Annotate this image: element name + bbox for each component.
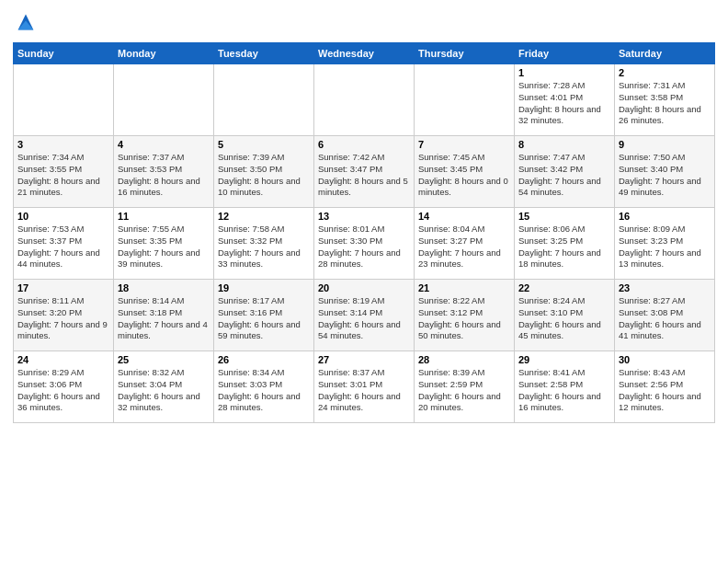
day-number: 9 [619,139,711,150]
calendar-body: 1Sunrise: 7:28 AMSunset: 4:01 PMDaylight… [14,64,715,423]
calendar-cell: 9Sunrise: 7:50 AMSunset: 3:40 PMDaylight… [615,136,715,208]
calendar-cell [214,64,314,136]
day-number: 10 [17,211,109,222]
calendar-cell: 19Sunrise: 8:17 AMSunset: 3:16 PMDayligh… [214,280,314,351]
calendar-cell: 23Sunrise: 8:27 AMSunset: 3:08 PMDayligh… [615,280,715,351]
calendar-cell: 15Sunrise: 8:06 AMSunset: 3:25 PMDayligh… [515,208,615,280]
day-info: Sunrise: 8:29 AMSunset: 3:06 PMDaylight:… [17,367,109,414]
day-number: 16 [619,211,711,222]
calendar-cell: 2Sunrise: 7:31 AMSunset: 3:58 PMDaylight… [615,64,715,136]
calendar-cell: 8Sunrise: 7:47 AMSunset: 3:42 PMDaylight… [515,136,615,208]
calendar-cell: 16Sunrise: 8:09 AMSunset: 3:23 PMDayligh… [615,208,715,280]
calendar-week-4: 17Sunrise: 8:11 AMSunset: 3:20 PMDayligh… [14,280,715,351]
calendar-cell: 30Sunrise: 8:43 AMSunset: 2:56 PMDayligh… [615,351,715,423]
day-info: Sunrise: 7:39 AMSunset: 3:50 PMDaylight:… [218,152,310,199]
calendar-header-thursday: Thursday [415,43,515,64]
calendar-cell: 29Sunrise: 8:41 AMSunset: 2:58 PMDayligh… [515,351,615,423]
calendar-cell: 7Sunrise: 7:45 AMSunset: 3:45 PMDaylight… [415,136,515,208]
calendar-cell: 22Sunrise: 8:24 AMSunset: 3:10 PMDayligh… [515,280,615,351]
day-number: 21 [418,282,510,293]
calendar-cell: 18Sunrise: 8:14 AMSunset: 3:18 PMDayligh… [114,280,214,351]
day-info: Sunrise: 8:32 AMSunset: 3:04 PMDaylight:… [118,367,210,414]
day-number: 8 [518,139,610,150]
calendar-week-2: 3Sunrise: 7:34 AMSunset: 3:55 PMDaylight… [14,136,715,208]
calendar-cell: 11Sunrise: 7:55 AMSunset: 3:35 PMDayligh… [114,208,214,280]
day-info: Sunrise: 7:28 AMSunset: 4:01 PMDaylight:… [518,80,610,127]
calendar-cell: 24Sunrise: 8:29 AMSunset: 3:06 PMDayligh… [14,351,114,423]
day-info: Sunrise: 8:14 AMSunset: 3:18 PMDaylight:… [118,295,210,342]
day-number: 26 [218,354,310,365]
calendar-header-row: SundayMondayTuesdayWednesdayThursdayFrid… [14,43,715,64]
calendar-week-5: 24Sunrise: 8:29 AMSunset: 3:06 PMDayligh… [14,351,715,423]
calendar-cell: 13Sunrise: 8:01 AMSunset: 3:30 PMDayligh… [314,208,415,280]
calendar-cell: 20Sunrise: 8:19 AMSunset: 3:14 PMDayligh… [314,280,415,351]
day-number: 15 [518,211,610,222]
calendar-cell: 1Sunrise: 7:28 AMSunset: 4:01 PMDaylight… [515,64,615,136]
calendar-cell: 27Sunrise: 8:37 AMSunset: 3:01 PMDayligh… [314,351,415,423]
day-info: Sunrise: 8:06 AMSunset: 3:25 PMDaylight:… [518,224,610,270]
day-number: 30 [619,354,711,365]
logo-icon [13,9,39,35]
day-number: 2 [619,67,711,78]
calendar-cell: 5Sunrise: 7:39 AMSunset: 3:50 PMDaylight… [214,136,314,208]
calendar-cell: 28Sunrise: 8:39 AMSunset: 2:59 PMDayligh… [415,351,515,423]
calendar-week-1: 1Sunrise: 7:28 AMSunset: 4:01 PMDaylight… [14,64,715,136]
calendar-cell: 12Sunrise: 7:58 AMSunset: 3:32 PMDayligh… [214,208,314,280]
day-info: Sunrise: 8:22 AMSunset: 3:12 PMDaylight:… [418,295,510,342]
calendar-header-friday: Friday [515,43,615,64]
day-info: Sunrise: 8:17 AMSunset: 3:16 PMDaylight:… [218,295,310,342]
day-number: 14 [418,211,510,222]
calendar-header-wednesday: Wednesday [314,43,415,64]
day-number: 20 [318,282,410,293]
day-info: Sunrise: 8:41 AMSunset: 2:58 PMDaylight:… [518,367,610,414]
calendar-cell: 14Sunrise: 8:04 AMSunset: 3:27 PMDayligh… [415,208,515,280]
calendar-header-sunday: Sunday [14,43,114,64]
day-info: Sunrise: 7:58 AMSunset: 3:32 PMDaylight:… [218,224,310,270]
calendar-header-tuesday: Tuesday [214,43,314,64]
day-number: 18 [118,282,210,293]
day-info: Sunrise: 8:39 AMSunset: 2:59 PMDaylight:… [418,367,510,414]
day-info: Sunrise: 7:34 AMSunset: 3:55 PMDaylight:… [17,152,109,199]
day-info: Sunrise: 8:37 AMSunset: 3:01 PMDaylight:… [318,367,410,414]
day-number: 17 [17,282,109,293]
day-number: 11 [118,211,210,222]
calendar-header-monday: Monday [114,43,214,64]
calendar-cell: 21Sunrise: 8:22 AMSunset: 3:12 PMDayligh… [415,280,515,351]
day-info: Sunrise: 8:04 AMSunset: 3:27 PMDaylight:… [418,224,510,270]
day-number: 3 [17,139,109,150]
day-info: Sunrise: 8:11 AMSunset: 3:20 PMDaylight:… [17,295,109,342]
day-info: Sunrise: 8:24 AMSunset: 3:10 PMDaylight:… [518,295,610,342]
calendar-cell [415,64,515,136]
logo [13,9,42,35]
day-info: Sunrise: 8:01 AMSunset: 3:30 PMDaylight:… [318,224,410,270]
calendar-cell: 10Sunrise: 7:53 AMSunset: 3:37 PMDayligh… [14,208,114,280]
day-number: 27 [318,354,410,365]
calendar-cell: 3Sunrise: 7:34 AMSunset: 3:55 PMDaylight… [14,136,114,208]
day-number: 12 [218,211,310,222]
day-number: 13 [318,211,410,222]
day-number: 6 [318,139,410,150]
day-info: Sunrise: 8:09 AMSunset: 3:23 PMDaylight:… [619,224,711,270]
calendar-cell: 4Sunrise: 7:37 AMSunset: 3:53 PMDaylight… [114,136,214,208]
calendar-cell: 6Sunrise: 7:42 AMSunset: 3:47 PMDaylight… [314,136,415,208]
calendar-cell: 26Sunrise: 8:34 AMSunset: 3:03 PMDayligh… [214,351,314,423]
day-info: Sunrise: 7:47 AMSunset: 3:42 PMDaylight:… [518,152,610,199]
calendar-cell: 17Sunrise: 8:11 AMSunset: 3:20 PMDayligh… [14,280,114,351]
day-info: Sunrise: 8:43 AMSunset: 2:56 PMDaylight:… [619,367,711,414]
calendar-week-3: 10Sunrise: 7:53 AMSunset: 3:37 PMDayligh… [14,208,715,280]
day-info: Sunrise: 7:50 AMSunset: 3:40 PMDaylight:… [619,152,711,199]
day-number: 29 [518,354,610,365]
day-number: 22 [518,282,610,293]
calendar-cell [314,64,415,136]
day-number: 19 [218,282,310,293]
day-number: 23 [619,282,711,293]
day-info: Sunrise: 8:34 AMSunset: 3:03 PMDaylight:… [218,367,310,414]
day-info: Sunrise: 8:27 AMSunset: 3:08 PMDaylight:… [619,295,711,342]
calendar-header-saturday: Saturday [615,43,715,64]
day-info: Sunrise: 7:42 AMSunset: 3:47 PMDaylight:… [318,152,410,199]
day-number: 24 [17,354,109,365]
calendar-table: SundayMondayTuesdayWednesdayThursdayFrid… [13,42,715,423]
calendar-cell [14,64,114,136]
day-number: 5 [218,139,310,150]
day-info: Sunrise: 8:19 AMSunset: 3:14 PMDaylight:… [318,295,410,342]
